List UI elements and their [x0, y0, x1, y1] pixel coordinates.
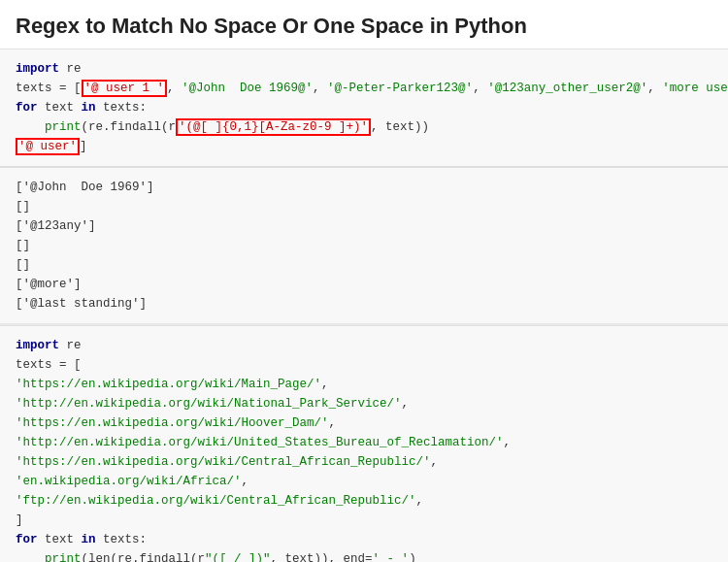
page-title: Regex to Match No Space Or One Space in …	[0, 0, 728, 49]
code-section-2: import re texts = [ 'https://en.wikipedi…	[0, 325, 728, 562]
code-section-1: import re texts = ['@ user 1 ', '@John D…	[0, 49, 728, 166]
code-section-1-output: ['@John Doe 1969'] [] ['@123any'] [] [] …	[0, 166, 728, 323]
